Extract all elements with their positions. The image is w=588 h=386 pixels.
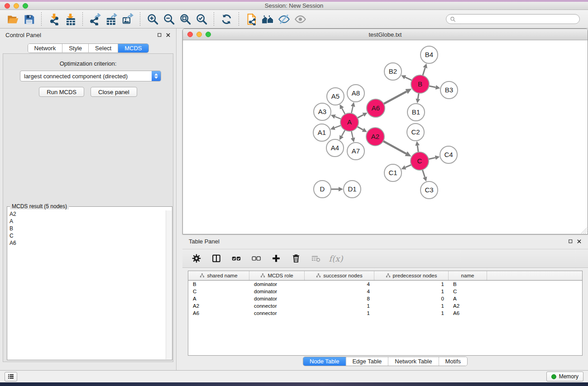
column-header-predecessor-nodes[interactable]: predecessor nodes <box>374 271 449 280</box>
refresh-button[interactable] <box>218 11 234 27</box>
node-A5[interactable]: A5 <box>327 88 344 105</box>
tab-network[interactable]: Network <box>28 44 62 52</box>
node-D1[interactable]: D1 <box>344 181 361 198</box>
tab-style[interactable]: Style <box>62 44 89 52</box>
edge-B-B3[interactable] <box>429 86 436 87</box>
import-network-button[interactable] <box>46 11 62 27</box>
close-table-panel-icon[interactable] <box>577 239 582 244</box>
edge-A-A1[interactable] <box>335 125 341 128</box>
tab-motifs[interactable]: Motifs <box>439 357 467 366</box>
edge-C-C1[interactable] <box>406 165 411 167</box>
split-panel-button[interactable] <box>210 252 223 265</box>
node-B[interactable]: B <box>411 75 429 93</box>
window-resize-grip-icon[interactable] <box>581 227 587 234</box>
result-item[interactable]: A2 <box>8 210 166 218</box>
export-table-button[interactable] <box>103 11 120 27</box>
edge-A6-B[interactable] <box>384 91 407 104</box>
float-panel-icon[interactable] <box>157 33 162 38</box>
table-row[interactable]: Cdominator41C <box>188 288 582 295</box>
node-B2[interactable]: B2 <box>384 63 402 80</box>
result-item[interactable]: A <box>8 218 166 225</box>
node-A2[interactable]: A2 <box>366 128 384 146</box>
zoom-fit-button[interactable] <box>177 11 193 27</box>
column-header-shared-name[interactable]: shared name <box>188 271 249 280</box>
tab-edge-table[interactable]: Edge Table <box>346 357 388 366</box>
node-D[interactable]: D <box>314 181 331 198</box>
result-item[interactable]: C <box>8 232 166 239</box>
export-image-button[interactable] <box>120 11 136 27</box>
edge-B-B4[interactable] <box>423 68 425 76</box>
float-table-panel-icon[interactable] <box>568 239 573 244</box>
tab-node-table[interactable]: Node Table <box>303 357 346 366</box>
edge-B-B2[interactable] <box>405 77 412 81</box>
node-C3[interactable]: C3 <box>421 181 438 199</box>
network-canvas[interactable]: B4B2BB3A5A8A6A3B1AA1C2A2A4A7C4CC1C3DD1 <box>183 40 587 234</box>
edge-A-A7[interactable] <box>351 131 353 138</box>
tab-mcds[interactable]: MCDS <box>118 44 148 52</box>
node-C[interactable]: C <box>411 152 429 170</box>
zoom-in-button[interactable] <box>144 11 161 27</box>
node-C4[interactable]: C4 <box>440 146 457 163</box>
node-A1[interactable]: A1 <box>313 124 330 141</box>
edge-A-A5[interactable] <box>342 108 345 114</box>
optimization-criterion-dropdown[interactable]: largest connected component (directed) <box>20 71 161 81</box>
select-all-button[interactable] <box>229 252 243 265</box>
column-header-MCDS-role[interactable]: MCDS role <box>249 271 305 280</box>
search-field[interactable] <box>446 14 580 24</box>
memory-button[interactable]: Memory <box>546 372 583 381</box>
open-folder-button[interactable] <box>5 11 21 27</box>
table-row[interactable]: Adominator80A <box>188 295 582 302</box>
node-A4[interactable]: A4 <box>326 139 344 157</box>
save-button[interactable] <box>21 11 37 27</box>
edge-B-B1[interactable] <box>418 93 419 99</box>
node-B4[interactable]: B4 <box>421 46 438 63</box>
hide-details-eye-button[interactable] <box>276 11 292 27</box>
node-C2[interactable]: C2 <box>407 124 424 141</box>
result-item[interactable]: B <box>8 225 166 232</box>
edge-A-A6[interactable] <box>358 115 363 118</box>
column-header-successor-nodes[interactable]: successor nodes <box>305 271 374 280</box>
node-B1[interactable]: B1 <box>407 104 425 121</box>
close-panel-icon[interactable] <box>166 33 171 38</box>
node-A8[interactable]: A8 <box>347 85 364 102</box>
result-item[interactable]: A6 <box>8 239 166 247</box>
edge-A2-C[interactable] <box>383 141 406 154</box>
edge-C-C3[interactable] <box>422 170 425 177</box>
new-network-from-file-button[interactable] <box>243 11 259 27</box>
run-mcds-button[interactable]: Run MCDS <box>39 87 84 97</box>
table-row[interactable]: Bdominator41B <box>188 281 582 288</box>
tab-network-table[interactable]: Network Table <box>388 357 439 366</box>
node-A[interactable]: A <box>340 113 359 131</box>
search-input[interactable] <box>458 16 576 22</box>
zoom-out-button[interactable] <box>161 11 177 27</box>
export-network-button[interactable] <box>87 11 103 27</box>
network-window-titlebar[interactable]: testGlobe.txt <box>183 29 588 40</box>
session-titlebar[interactable]: Session: New Session <box>0 2 588 10</box>
gear-button[interactable] <box>190 252 203 265</box>
zoom-selected-button[interactable] <box>193 11 210 27</box>
deselect-all-button[interactable] <box>249 252 263 265</box>
table-row[interactable]: A2connector11A2 <box>188 302 582 310</box>
edge-A-A4[interactable] <box>342 130 345 136</box>
delete-column-button[interactable] <box>289 252 303 265</box>
edge-A-A3[interactable] <box>335 117 341 119</box>
node-C1[interactable]: C1 <box>384 164 402 181</box>
close-panel-button[interactable]: Close panel <box>91 87 137 97</box>
edge-C-C4[interactable] <box>429 157 435 159</box>
mcds-result-list[interactable]: A2ABCA6 <box>8 210 166 359</box>
home-networks-button[interactable] <box>259 11 276 27</box>
node-A6[interactable]: A6 <box>367 99 385 117</box>
import-table-button[interactable] <box>62 11 78 27</box>
add-column-button[interactable] <box>269 252 283 265</box>
tab-select[interactable]: Select <box>89 44 118 52</box>
edge-A-A8[interactable] <box>351 106 353 113</box>
edge-C-C2[interactable] <box>417 146 418 152</box>
task-history-button[interactable] <box>5 372 17 381</box>
node-A7[interactable]: A7 <box>347 143 364 160</box>
node-B3[interactable]: B3 <box>440 81 458 99</box>
node-A3[interactable]: A3 <box>314 103 331 120</box>
network-graph[interactable]: B4B2BB3A5A8A6A3B1AA1C2A2A4A7C4CC1C3DD1 <box>183 40 588 234</box>
table-row[interactable]: A6connector11A6 <box>188 310 582 317</box>
result-scrollbar[interactable] <box>166 210 172 359</box>
edge-A-A2[interactable] <box>357 127 363 130</box>
